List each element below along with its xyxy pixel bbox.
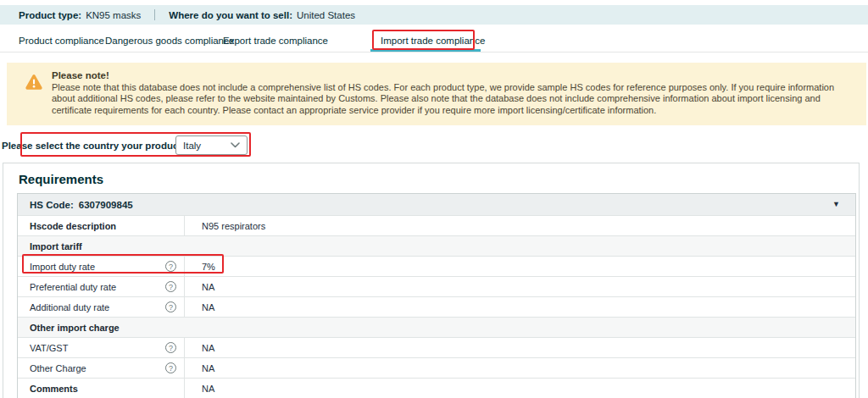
warning-icon <box>24 73 44 91</box>
notice-title: Please note! <box>52 70 854 81</box>
row-label: Preferential duty rate <box>30 282 116 292</box>
row-label: Comments <box>18 379 185 398</box>
help-icon[interactable]: ? <box>165 362 176 373</box>
sell-country-label: Where do you want to sell: <box>169 10 292 20</box>
notice-body: Please note that this database does not … <box>52 82 854 116</box>
context-bar: Product type: KN95 masks Where do you wa… <box>0 5 868 25</box>
row-value: NA <box>185 379 855 398</box>
section-label: Import tariff <box>18 236 855 256</box>
chevron-down-icon <box>231 142 240 148</box>
product-type-value: KN95 masks <box>86 10 141 20</box>
row-value: N95 respirators <box>185 216 855 235</box>
ship-from-selected-value: Italy <box>183 141 201 151</box>
collapse-caret-icon[interactable]: ▼ <box>832 200 840 208</box>
tab-product-compliance[interactable]: Product compliance <box>19 36 104 46</box>
row-value: NA <box>185 297 855 317</box>
table-section-import-tariff: Import tariff <box>18 235 855 256</box>
hs-code-value: 6307909845 <box>79 200 133 210</box>
help-icon[interactable]: ? <box>165 261 176 272</box>
row-value: NA <box>185 358 855 378</box>
tab-export-trade-compliance[interactable]: Export trade compliance <box>223 36 328 46</box>
row-value: 7% <box>185 257 855 276</box>
tab-dangerous-goods-compliance[interactable]: Dangerous goods compliance <box>105 36 234 46</box>
requirements-table: HS Code: 6307909845 ▼ Hscode description… <box>17 193 856 398</box>
table-row-vat-gst: VAT/GST ? NA <box>18 337 855 357</box>
row-label: VAT/GST <box>30 343 68 353</box>
hs-code-header-row: HS Code: 6307909845 ▼ <box>18 194 855 215</box>
row-label: Additional duty rate <box>30 302 109 312</box>
table-row-comments: Comments NA <box>18 378 855 398</box>
hs-code-label: HS Code: <box>30 200 74 210</box>
help-icon[interactable]: ? <box>165 342 176 353</box>
table-section-other-import-charge: Other import charge <box>18 317 855 337</box>
help-icon[interactable]: ? <box>165 301 176 312</box>
table-row-preferential-duty-rate: Preferential duty rate ? NA <box>18 276 855 296</box>
product-type-label: Product type: <box>19 10 81 20</box>
table-row-import-duty-rate: Import duty rate ? 7% <box>18 256 855 276</box>
notice-banner: Please note! Please note that this datab… <box>7 63 866 125</box>
tabs-divider <box>0 52 868 53</box>
help-icon[interactable]: ? <box>165 281 176 292</box>
row-label: Hscode description <box>18 216 185 235</box>
ship-from-select[interactable]: Italy <box>175 135 248 155</box>
row-label: Other Charge <box>30 363 86 373</box>
table-row-hscode-description: Hscode description N95 respirators <box>18 215 855 235</box>
import-compliance-page: Product type: KN95 masks Where do you wa… <box>0 0 868 398</box>
row-value: NA <box>185 338 855 357</box>
section-label: Other import charge <box>18 318 855 337</box>
sell-country-value: United States <box>297 10 355 20</box>
table-row-additional-duty-rate: Additional duty rate ? NA <box>18 296 855 317</box>
row-label: Import duty rate <box>30 262 95 272</box>
row-value: NA <box>185 277 855 296</box>
tab-import-trade-compliance[interactable]: Import trade compliance <box>381 36 485 46</box>
requirements-heading: Requirements <box>19 172 103 186</box>
table-row-other-charge: Other Charge ? NA <box>18 357 855 378</box>
context-bar-divider <box>154 9 155 20</box>
